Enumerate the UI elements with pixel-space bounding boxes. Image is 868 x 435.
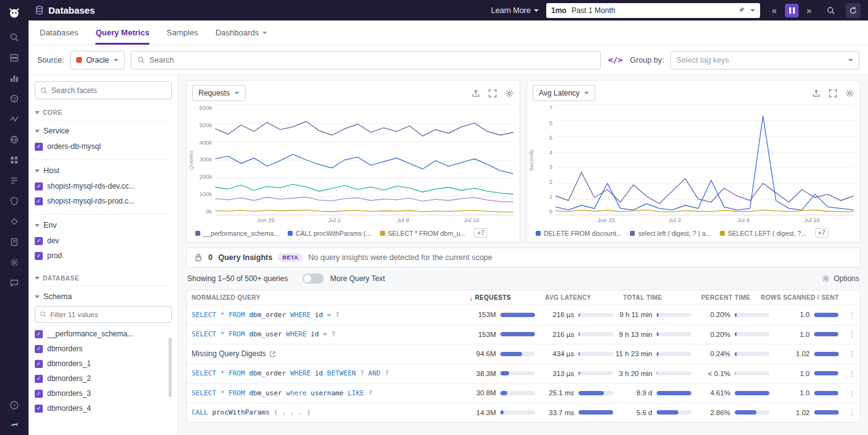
fullscreen-icon[interactable] — [488, 89, 497, 98]
facet-section-header[interactable]: Host — [35, 164, 172, 179]
search-input[interactable] — [149, 56, 595, 65]
checkbox-checked[interactable] — [35, 405, 43, 413]
time-range-picker[interactable]: 1mo Past 1 Month — [546, 3, 760, 18]
gear-icon[interactable] — [505, 89, 514, 98]
table-row[interactable]: SELECT * FROM dbm_user where username LI… — [187, 383, 860, 403]
plot[interactable] — [215, 105, 513, 215]
scrollbar-thumb[interactable] — [169, 338, 172, 397]
metric-select[interactable]: Avg Latency — [533, 85, 595, 101]
export-icon[interactable] — [471, 89, 480, 98]
synthetics-icon[interactable] — [8, 133, 20, 146]
infrastructure-icon[interactable] — [8, 52, 20, 64]
table-row[interactable]: SELECT * FROM dbm_user WHERE id = ? 153M… — [187, 325, 860, 344]
query-cell[interactable]: SELECT * FROM dbm_order WHERE id = ? — [187, 311, 464, 319]
security-icon[interactable] — [8, 195, 20, 207]
facet-search-input[interactable] — [51, 86, 166, 95]
tab-query-metrics[interactable]: Query Metrics — [95, 20, 149, 45]
facet-item[interactable]: dbmorders_4 — [35, 401, 167, 416]
checkbox-checked[interactable] — [35, 237, 43, 245]
facet-item[interactable]: shopist-mysql-rds-prod.c... — [35, 194, 172, 209]
table-row[interactable]: Missing Query Digests 94.6M 434 µs 11 h … — [187, 344, 860, 364]
query-cell[interactable]: SELECT * FROM dbm_user WHERE id = ? — [187, 330, 464, 338]
facet-item[interactable]: __performance_schema... — [35, 326, 167, 341]
facet-item[interactable]: dbmorders_1 — [35, 356, 167, 371]
rewind-button[interactable]: « — [768, 4, 781, 17]
docker-icon[interactable] — [8, 419, 20, 431]
facet-item[interactable]: orders-db-mysql — [35, 139, 172, 154]
notebooks-icon[interactable] — [8, 236, 20, 248]
ci-icon[interactable] — [8, 215, 20, 228]
tab-databases[interactable]: Databases — [40, 20, 78, 45]
col-avg-latency[interactable]: AVG LATENCY — [540, 294, 618, 301]
pin-icon[interactable] — [737, 6, 745, 14]
schema-filter-box[interactable] — [35, 306, 172, 323]
col-requests[interactable]: ↓REQUESTS — [464, 294, 540, 302]
facet-section-header[interactable]: Service — [35, 125, 172, 139]
support-icon[interactable] — [8, 277, 20, 289]
checkbox-checked[interactable] — [35, 182, 43, 191]
legend-item[interactable]: SELECT LEFT ( digest, ?... — [720, 230, 807, 237]
facet-item[interactable]: dev — [35, 233, 172, 248]
legend-item[interactable]: SELECT * FROM dbm_u... — [380, 230, 466, 237]
checkbox-checked[interactable] — [35, 330, 43, 338]
checkbox-checked[interactable] — [35, 375, 43, 383]
legend-item[interactable]: select left ( digest, ? ) a... — [630, 230, 711, 237]
legend-item[interactable]: DELETE FROM discount... — [536, 230, 621, 237]
settings-icon[interactable] — [8, 256, 20, 269]
row-menu-button[interactable]: ⋮ — [844, 349, 860, 359]
missing-digests-link[interactable]: Missing Query Digests — [192, 349, 276, 358]
facet-group-core[interactable]: CORE — [35, 105, 172, 120]
row-menu-button[interactable]: ⋮ — [844, 330, 860, 339]
legend-item[interactable]: __performance_schema... — [195, 230, 279, 237]
legend-item[interactable]: CALL procWithParams (... — [288, 230, 371, 237]
table-row[interactable]: SELECT * FROM dbm_order WHERE id BETWEEN… — [187, 364, 860, 383]
integrations-icon[interactable] — [8, 154, 20, 166]
facet-item[interactable]: prod — [35, 248, 172, 263]
tab-dashboards[interactable]: Dashboards — [215, 20, 267, 45]
facet-group-database[interactable]: DATABASE — [35, 271, 172, 285]
facet-section-header[interactable]: Schema — [35, 290, 172, 305]
datadog-logo[interactable] — [5, 4, 24, 22]
checkbox-checked[interactable] — [35, 143, 43, 151]
facet-section-header[interactable]: Env — [35, 219, 172, 233]
metrics-icon[interactable] — [8, 72, 20, 84]
checkbox-checked[interactable] — [35, 197, 43, 205]
options-button[interactable]: Options — [822, 274, 859, 283]
col-rows-scanned[interactable]: ROWS SCANNED / SENT — [774, 294, 844, 301]
metric-select[interactable]: Requests — [192, 85, 246, 101]
col-normalized-query[interactable]: NORMALIZED QUERY — [187, 294, 464, 301]
plot[interactable] — [556, 105, 854, 215]
query-cell[interactable]: SELECT * FROM dbm_user where username LI… — [187, 389, 464, 397]
watchdog-icon[interactable] — [8, 92, 20, 105]
facet-item[interactable]: dbmorders — [35, 341, 167, 356]
checkbox-checked[interactable] — [35, 252, 43, 260]
query-cell[interactable]: CALL procWithParams ( . . . ) — [187, 408, 464, 416]
row-menu-button[interactable]: ⋮ — [844, 310, 860, 320]
legend-more-button[interactable]: +7 — [815, 228, 828, 238]
checkbox-checked[interactable] — [35, 390, 43, 398]
fast-forward-button[interactable]: » — [802, 4, 816, 17]
chevron-down-icon[interactable] — [750, 9, 755, 12]
pause-button[interactable] — [785, 4, 799, 17]
apm-icon[interactable] — [8, 113, 20, 125]
code-view-button[interactable]: </> — [607, 55, 624, 65]
checkbox-checked[interactable] — [35, 345, 43, 353]
search-icon[interactable] — [8, 31, 20, 43]
table-row[interactable]: SELECT * FROM dbm_order WHERE id = ? 153… — [187, 305, 860, 325]
help-icon[interactable]: ? — [8, 399, 20, 411]
learn-more-button[interactable]: Learn More — [491, 6, 539, 15]
logs-icon[interactable] — [8, 174, 20, 187]
group-by-select[interactable]: Select tag keys — [670, 51, 859, 70]
schema-filter-input[interactable] — [50, 311, 167, 318]
facet-item[interactable]: dbmorders_3 — [35, 386, 167, 401]
fullscreen-icon[interactable] — [828, 89, 838, 98]
refresh-button[interactable] — [846, 3, 861, 18]
checkbox-checked[interactable] — [35, 360, 43, 368]
facet-item[interactable]: shopist-mysql-rds-dev.cc... — [35, 179, 172, 194]
row-menu-button[interactable]: ⋮ — [844, 408, 860, 417]
row-menu-button[interactable]: ⋮ — [844, 369, 860, 378]
row-menu-button[interactable]: ⋮ — [844, 388, 860, 398]
query-cell[interactable]: SELECT * FROM dbm_order WHERE id BETWEEN… — [187, 369, 464, 377]
gear-icon[interactable] — [845, 89, 854, 98]
query-search-box[interactable] — [131, 51, 601, 70]
